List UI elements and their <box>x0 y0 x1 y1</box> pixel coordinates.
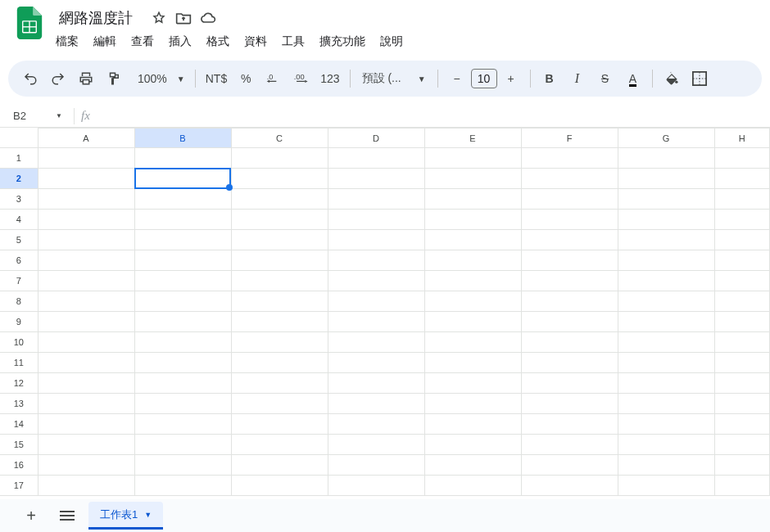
cell[interactable] <box>618 435 714 455</box>
cell[interactable] <box>134 291 231 312</box>
cell[interactable] <box>134 394 231 414</box>
cell[interactable] <box>134 435 231 455</box>
cell[interactable] <box>134 312 231 332</box>
cell[interactable] <box>134 455 231 476</box>
cell[interactable] <box>231 414 328 435</box>
cell[interactable] <box>521 230 618 250</box>
cell[interactable] <box>521 169 618 189</box>
decrease-fontsize-button[interactable]: − <box>445 66 469 91</box>
percent-button[interactable]: % <box>233 66 258 91</box>
cell[interactable] <box>618 414 714 435</box>
cell[interactable] <box>424 189 521 210</box>
row-header-2[interactable]: 2 <box>0 169 38 189</box>
cell[interactable] <box>521 455 618 476</box>
cell[interactable] <box>328 169 424 189</box>
cell[interactable] <box>714 169 770 189</box>
cell[interactable] <box>328 435 424 455</box>
cell[interactable] <box>328 476 424 496</box>
bold-button[interactable]: B <box>537 66 562 91</box>
cell[interactable] <box>618 271 714 291</box>
cell[interactable] <box>714 250 770 271</box>
row-header-17[interactable]: 17 <box>0 476 38 496</box>
cell[interactable] <box>714 210 770 230</box>
cell[interactable] <box>424 332 521 353</box>
cell[interactable] <box>328 210 424 230</box>
cell[interactable] <box>231 169 328 189</box>
cell[interactable] <box>38 394 134 414</box>
cell[interactable] <box>38 373 134 394</box>
cell[interactable] <box>424 291 521 312</box>
cell[interactable] <box>134 230 231 250</box>
cell[interactable] <box>618 291 714 312</box>
cell[interactable] <box>424 394 521 414</box>
cell[interactable] <box>328 291 424 312</box>
col-header-E[interactable]: E <box>424 128 521 148</box>
row-header-15[interactable]: 15 <box>0 435 38 455</box>
cell[interactable] <box>38 169 134 189</box>
cell[interactable] <box>38 414 134 435</box>
cell[interactable] <box>521 353 618 373</box>
spreadsheet-grid[interactable]: A B C D E F G H 123456789101112131415161… <box>0 128 770 496</box>
row-header-3[interactable]: 3 <box>0 189 38 210</box>
sheet-tab-active[interactable]: 工作表1▼ <box>88 502 163 530</box>
cell[interactable] <box>38 271 134 291</box>
cell[interactable] <box>521 373 618 394</box>
cell[interactable] <box>521 332 618 353</box>
menu-extensions[interactable]: 擴充功能 <box>313 31 372 52</box>
cell[interactable] <box>714 435 770 455</box>
currency-button[interactable]: NT$ <box>202 66 230 91</box>
cell[interactable] <box>424 312 521 332</box>
cell[interactable] <box>328 250 424 271</box>
cell[interactable] <box>521 414 618 435</box>
col-header-A[interactable]: A <box>38 128 134 148</box>
paint-format-button[interactable] <box>102 66 126 91</box>
cell[interactable] <box>424 250 521 271</box>
cell[interactable] <box>38 332 134 353</box>
cell[interactable] <box>38 353 134 373</box>
cell[interactable] <box>328 332 424 353</box>
cell[interactable] <box>618 230 714 250</box>
cell[interactable] <box>618 332 714 353</box>
cell[interactable] <box>521 394 618 414</box>
row-header-12[interactable]: 12 <box>0 373 38 394</box>
menu-data[interactable]: 資料 <box>238 31 274 52</box>
cell[interactable] <box>231 271 328 291</box>
menu-tools[interactable]: 工具 <box>275 31 311 52</box>
menu-view[interactable]: 查看 <box>125 31 161 52</box>
borders-button[interactable] <box>687 66 712 91</box>
cell[interactable] <box>134 373 231 394</box>
cell[interactable] <box>618 373 714 394</box>
menu-help[interactable]: 說明 <box>374 31 410 52</box>
cell[interactable] <box>424 271 521 291</box>
add-sheet-button[interactable]: + <box>16 503 46 529</box>
cell[interactable] <box>424 476 521 496</box>
cell[interactable] <box>618 189 714 210</box>
cell[interactable] <box>231 373 328 394</box>
cell[interactable] <box>134 210 231 230</box>
cell[interactable] <box>424 353 521 373</box>
cell[interactable] <box>134 332 231 353</box>
cell[interactable] <box>134 353 231 373</box>
cell[interactable] <box>328 189 424 210</box>
cell[interactable] <box>231 455 328 476</box>
fill-color-button[interactable] <box>659 66 684 91</box>
increase-fontsize-button[interactable]: + <box>499 66 523 91</box>
cell[interactable] <box>714 148 770 169</box>
cell[interactable] <box>231 210 328 230</box>
sheets-logo[interactable] <box>13 7 46 39</box>
row-header-8[interactable]: 8 <box>0 291 38 312</box>
cell[interactable] <box>328 414 424 435</box>
menu-edit[interactable]: 編輯 <box>87 31 123 52</box>
col-header-D[interactable]: D <box>328 128 424 148</box>
cell[interactable] <box>38 435 134 455</box>
cell[interactable] <box>618 353 714 373</box>
cell[interactable] <box>328 148 424 169</box>
cell[interactable] <box>714 189 770 210</box>
row-header-10[interactable]: 10 <box>0 332 38 353</box>
cell[interactable] <box>38 455 134 476</box>
cell[interactable] <box>521 210 618 230</box>
row-header-1[interactable]: 1 <box>0 148 38 169</box>
menu-format[interactable]: 格式 <box>200 31 236 52</box>
cell[interactable] <box>714 373 770 394</box>
col-header-G[interactable]: G <box>618 128 714 148</box>
